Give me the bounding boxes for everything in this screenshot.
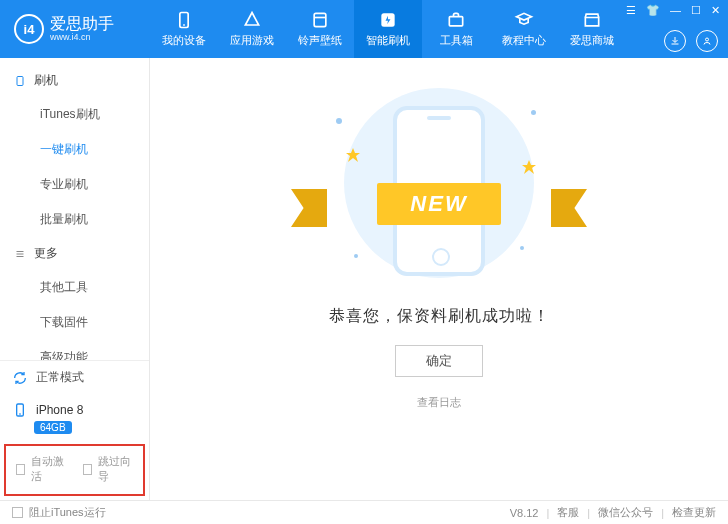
nav-my-device[interactable]: 我的设备	[150, 0, 218, 58]
check-update-link[interactable]: 检查更新	[672, 505, 716, 520]
sidebar-item-advanced[interactable]: 高级功能	[0, 340, 149, 360]
sidebar-group-more[interactable]: 更多	[0, 237, 149, 270]
apps-icon	[242, 10, 262, 30]
window-controls: ☰ 👕 — ☐ ✕	[626, 4, 720, 17]
ok-button[interactable]: 确定	[395, 345, 483, 377]
header-nav: 我的设备 应用游戏 铃声壁纸 智能刷机 工具箱 教程中心 爱思商城	[150, 0, 626, 58]
new-ribbon: NEW	[377, 183, 501, 225]
flash-icon	[378, 10, 398, 30]
svg-point-6	[706, 38, 709, 41]
sidebar-item-batch-flash[interactable]: 批量刷机	[0, 202, 149, 237]
skip-wizard-checkbox[interactable]	[83, 464, 92, 475]
sidebar-item-oneclick-flash[interactable]: 一键刷机	[0, 132, 149, 167]
status-bar: 阻止iTunes运行 V8.12 | 客服 | 微信公众号 | 检查更新	[0, 500, 728, 524]
nav-flash[interactable]: 智能刷机	[354, 0, 422, 58]
svg-rect-7	[17, 76, 23, 85]
logo-icon: i4	[14, 14, 44, 44]
header-right-buttons	[664, 30, 718, 52]
sidebar-group-flash[interactable]: 刷机	[0, 64, 149, 97]
sidebar-mode[interactable]: 正常模式	[0, 361, 149, 394]
ringtone-icon	[310, 10, 330, 30]
svg-marker-13	[346, 148, 360, 162]
app-logo: i4 爱思助手 www.i4.cn	[0, 14, 150, 44]
menu-icon	[14, 248, 26, 260]
app-name: 爱思助手	[50, 16, 114, 32]
version-label: V8.12	[510, 507, 539, 519]
highlighted-options: 自动激活 跳过向导	[4, 444, 145, 496]
storage-badge: 64GB	[34, 421, 72, 434]
sidebar: 刷机 iTunes刷机 一键刷机 专业刷机 批量刷机 更多 其他工具 下载固件 …	[0, 58, 150, 500]
skin-icon[interactable]: 👕	[646, 4, 660, 17]
app-url: www.i4.cn	[50, 32, 114, 43]
view-log-link[interactable]: 查看日志	[417, 395, 461, 410]
block-itunes-label: 阻止iTunes运行	[29, 505, 106, 520]
sidebar-item-other-tools[interactable]: 其他工具	[0, 270, 149, 305]
sidebar-item-download-firmware[interactable]: 下载固件	[0, 305, 149, 340]
sidebar-item-pro-flash[interactable]: 专业刷机	[0, 167, 149, 202]
toolbox-icon	[446, 10, 466, 30]
download-icon	[669, 35, 681, 47]
app-header: i4 爱思助手 www.i4.cn 我的设备 应用游戏 铃声壁纸 智能刷机 工具…	[0, 0, 728, 58]
phone-icon	[12, 402, 28, 418]
menu-icon[interactable]: ☰	[626, 4, 636, 17]
user-icon	[701, 35, 713, 47]
auto-activate-label: 自动激活	[31, 454, 66, 484]
store-icon	[582, 10, 602, 30]
nav-store[interactable]: 爱思商城	[558, 0, 626, 58]
svg-marker-14	[522, 160, 536, 174]
svg-rect-5	[449, 17, 462, 26]
success-message: 恭喜您，保资料刷机成功啦！	[329, 306, 550, 327]
sidebar-item-itunes-flash[interactable]: iTunes刷机	[0, 97, 149, 132]
support-link[interactable]: 客服	[557, 505, 579, 520]
flash-square-icon	[14, 75, 26, 87]
success-illustration: NEW	[324, 88, 554, 278]
device-icon	[174, 10, 194, 30]
nav-apps[interactable]: 应用游戏	[218, 0, 286, 58]
svg-rect-2	[314, 13, 326, 26]
sidebar-device[interactable]: iPhone 8 64GB	[0, 394, 149, 442]
block-itunes-checkbox[interactable]	[12, 507, 23, 518]
nav-tutorial[interactable]: 教程中心	[490, 0, 558, 58]
star-icon	[346, 148, 360, 162]
minimize-icon[interactable]: —	[670, 4, 681, 17]
skip-wizard-label: 跳过向导	[98, 454, 133, 484]
close-icon[interactable]: ✕	[711, 4, 720, 17]
refresh-icon	[12, 370, 28, 386]
nav-toolbox[interactable]: 工具箱	[422, 0, 490, 58]
download-button[interactable]	[664, 30, 686, 52]
maximize-icon[interactable]: ☐	[691, 4, 701, 17]
main-panel: NEW 恭喜您，保资料刷机成功啦！ 确定 查看日志	[150, 58, 728, 500]
wechat-link[interactable]: 微信公众号	[598, 505, 653, 520]
tutorial-icon	[514, 10, 534, 30]
star-icon	[522, 160, 536, 174]
auto-activate-checkbox[interactable]	[16, 464, 25, 475]
user-button[interactable]	[696, 30, 718, 52]
nav-ringtone[interactable]: 铃声壁纸	[286, 0, 354, 58]
